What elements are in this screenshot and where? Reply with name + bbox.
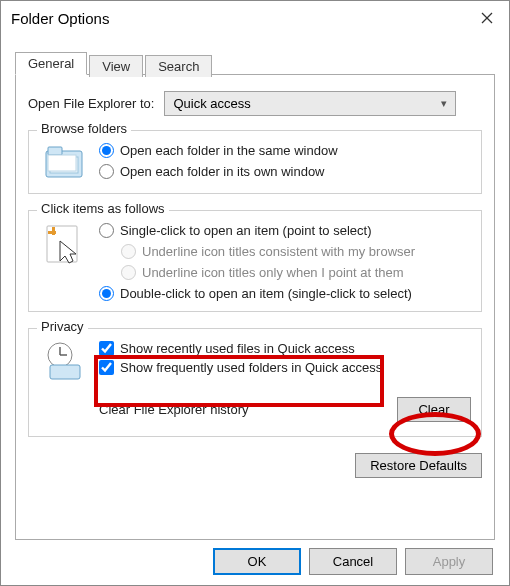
folder-icon	[42, 143, 86, 181]
privacy-legend: Privacy	[37, 319, 88, 334]
apply-button[interactable]: Apply	[405, 548, 493, 575]
svg-rect-12	[50, 365, 80, 379]
underline-point-radio: Underline icon titles only when I point …	[121, 265, 471, 280]
tab-panel-general: Open File Explorer to: Quick access ▾ Br…	[15, 74, 495, 540]
underline-browser-radio: Underline icon titles consistent with my…	[121, 244, 471, 259]
titlebar: Folder Options	[1, 1, 509, 35]
tab-general[interactable]: General	[15, 52, 87, 75]
browse-same-window-radio[interactable]: Open each folder in the same window	[99, 143, 471, 158]
restore-defaults-button[interactable]: Restore Defaults	[355, 453, 482, 478]
click-items-group: Click items as follows Single-	[28, 210, 482, 312]
double-click-radio[interactable]: Double-click to open an item (single-cli…	[99, 286, 471, 301]
window-title: Folder Options	[11, 10, 109, 27]
open-explorer-select[interactable]: Quick access ▾	[164, 91, 456, 116]
svg-marker-8	[48, 231, 56, 234]
tabstrip: General View Search	[15, 47, 495, 74]
tab-view[interactable]: View	[89, 55, 143, 77]
open-explorer-label: Open File Explorer to:	[28, 96, 154, 111]
privacy-group: Privacy Show recently used fil	[28, 328, 482, 437]
chevron-down-icon: ▾	[441, 97, 447, 110]
svg-rect-5	[48, 155, 76, 171]
browse-folders-group: Browse folders Open each folde	[28, 130, 482, 194]
folder-options-dialog: Folder Options General View Search Open …	[0, 0, 510, 586]
clear-button[interactable]: Clear	[397, 397, 471, 422]
privacy-frequent-folders-checkbox[interactable]: Show frequently used folders in Quick ac…	[99, 360, 471, 375]
ok-button[interactable]: OK	[213, 548, 301, 575]
clear-history-label: Clear File Explorer history	[99, 402, 249, 417]
close-button[interactable]	[465, 1, 509, 35]
browse-own-window-radio[interactable]: Open each folder in its own window	[99, 164, 471, 179]
close-icon	[481, 12, 493, 24]
cursor-click-icon	[44, 223, 84, 267]
browse-folders-legend: Browse folders	[37, 121, 131, 136]
cancel-button[interactable]: Cancel	[309, 548, 397, 575]
dialog-footer: OK Cancel Apply	[213, 548, 493, 575]
tab-search[interactable]: Search	[145, 55, 212, 77]
history-clock-icon	[42, 341, 86, 381]
open-explorer-value: Quick access	[173, 96, 250, 111]
privacy-recent-files-checkbox[interactable]: Show recently used files in Quick access	[99, 341, 471, 356]
click-items-legend: Click items as follows	[37, 201, 169, 216]
svg-rect-3	[48, 147, 62, 155]
content-area: General View Search Open File Explorer t…	[1, 35, 509, 540]
single-click-radio[interactable]: Single-click to open an item (point to s…	[99, 223, 471, 238]
